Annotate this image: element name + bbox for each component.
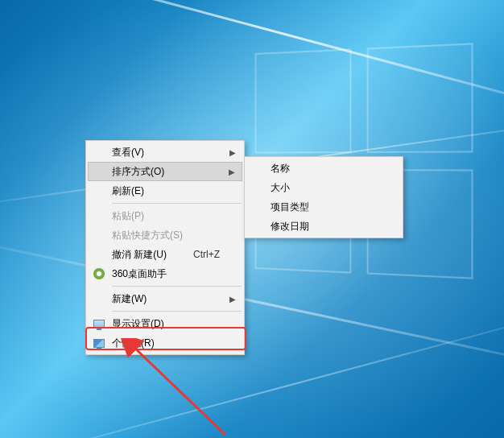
chevron-right-icon: ▶ [229, 295, 236, 304]
menu-item-personalize[interactable]: 个性化(R) [88, 333, 242, 353]
menu-separator [112, 203, 242, 204]
menu-separator [112, 311, 242, 312]
menu-label: 粘贴(P) [112, 209, 144, 223]
menu-label: 撤消 新建(U) [112, 248, 167, 262]
menu-label: 显示设置(D) [112, 317, 164, 331]
menu-item-new[interactable]: 新建(W) ▶ [88, 289, 242, 308]
menu-label: 排序方式(O) [112, 165, 164, 179]
submenu-item-name[interactable]: 名称 [246, 159, 401, 178]
desktop-context-menu: 查看(V) ▶ 排序方式(O) ▶ 刷新(E) 粘贴(P) 粘贴快捷方式(S) … [85, 140, 245, 355]
menu-separator [112, 286, 242, 287]
personalize-icon [93, 337, 105, 349]
menu-shortcut: Ctrl+Z [193, 249, 220, 260]
360-icon [93, 267, 105, 280]
menu-label: 个性化(R) [112, 337, 155, 350]
menu-item-paste-shortcut: 粘贴快捷方式(S) [88, 225, 242, 245]
menu-item-360-helper[interactable]: 360桌面助手 [88, 264, 242, 283]
menu-label: 新建(W) [112, 292, 147, 306]
menu-label: 粘贴快捷方式(S) [112, 229, 183, 242]
submenu-item-size[interactable]: 大小 [246, 178, 401, 197]
menu-label: 360桌面助手 [112, 267, 167, 281]
menu-label: 刷新(E) [112, 184, 144, 198]
menu-label: 名称 [271, 162, 290, 176]
menu-label: 项目类型 [271, 200, 309, 214]
chevron-right-icon: ▶ [229, 167, 235, 176]
menu-label: 修改日期 [271, 220, 309, 233]
submenu-item-type[interactable]: 项目类型 [246, 197, 401, 217]
menu-label: 查看(V) [112, 146, 144, 159]
menu-label: 大小 [271, 181, 290, 195]
sort-submenu: 名称 大小 项目类型 修改日期 [244, 156, 403, 238]
menu-item-refresh[interactable]: 刷新(E) [88, 181, 242, 200]
menu-item-view[interactable]: 查看(V) ▶ [88, 143, 242, 162]
monitor-icon [93, 317, 105, 330]
menu-item-sort[interactable]: 排序方式(O) ▶ [88, 162, 242, 181]
submenu-item-date[interactable]: 修改日期 [246, 217, 401, 236]
chevron-right-icon: ▶ [229, 148, 236, 157]
menu-item-undo-new[interactable]: 撤消 新建(U) Ctrl+Z [88, 245, 242, 264]
menu-item-paste: 粘贴(P) [88, 206, 242, 225]
menu-item-display-settings[interactable]: 显示设置(D) [88, 314, 242, 333]
